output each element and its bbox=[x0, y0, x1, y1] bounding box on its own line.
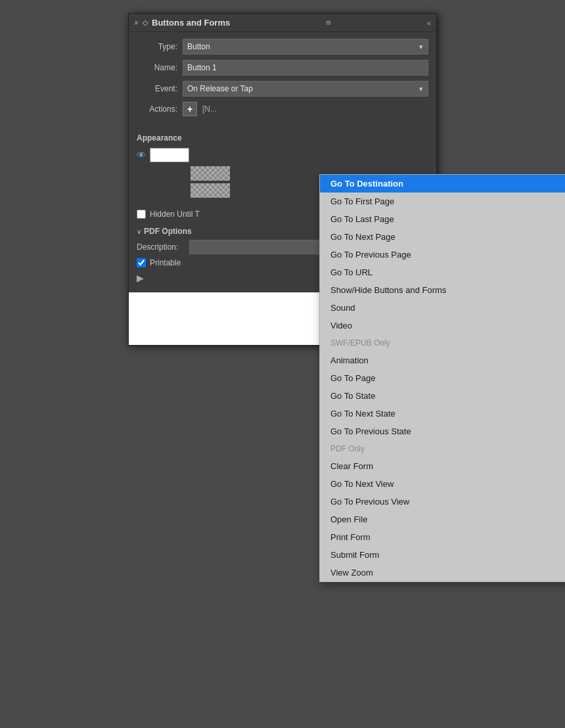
name-label: Name: bbox=[137, 63, 183, 72]
hidden-until-checkbox[interactable] bbox=[137, 210, 146, 219]
type-select-wrapper[interactable]: Button Check Box Combo Box List Box Radi… bbox=[183, 39, 428, 55]
pdf-options-label: PDF Options bbox=[144, 227, 192, 236]
dropdown-item-print-form[interactable]: Print Form bbox=[320, 528, 565, 546]
printable-checkbox[interactable] bbox=[137, 258, 146, 267]
panel-title: Buttons and Forms bbox=[152, 18, 230, 28]
event-row: Event: On Release or Tap On Click On Rol… bbox=[137, 81, 428, 97]
dropdown-item-video[interactable]: Video bbox=[320, 317, 565, 334]
dropdown-item-view-zoom[interactable]: View Zoom bbox=[320, 564, 565, 581]
printable-label: Printable bbox=[150, 258, 181, 267]
dropdown-item-sound[interactable]: Sound bbox=[320, 299, 565, 317]
panel-diamond-icon: ◇ bbox=[143, 18, 148, 27]
title-bar-left: × ◇ Buttons and Forms bbox=[134, 18, 230, 28]
title-bar: × ◇ Buttons and Forms ≡ « bbox=[129, 14, 436, 32]
color-swatch-white[interactable] bbox=[150, 148, 189, 162]
dropdown-item-go-to-url[interactable]: Go To URL bbox=[320, 263, 565, 281]
type-select[interactable]: Button Check Box Combo Box List Box Radi… bbox=[183, 39, 428, 55]
dropdown-item-go-to-page[interactable]: Go To Page bbox=[320, 369, 565, 387]
dropdown-item-show-hide-buttons[interactable]: Show/Hide Buttons and Forms bbox=[320, 281, 565, 299]
checker-box-2 bbox=[191, 183, 230, 198]
hidden-until-label: Hidden Until T bbox=[150, 210, 200, 219]
name-row: Name: bbox=[137, 60, 428, 76]
actions-row: Actions: + [N... bbox=[137, 102, 428, 116]
actions-dropdown[interactable]: Go To Destination Go To First Page Go To… bbox=[319, 174, 565, 582]
buttons-and-forms-panel: × ◇ Buttons and Forms ≡ « Type: Button C… bbox=[128, 13, 437, 346]
dropdown-item-go-to-destination[interactable]: Go To Destination bbox=[320, 175, 565, 193]
checker-box-1 bbox=[191, 166, 230, 181]
event-select[interactable]: On Release or Tap On Click On Roll Over … bbox=[183, 81, 428, 97]
dropdown-item-go-to-first-page[interactable]: Go To First Page bbox=[320, 193, 565, 210]
form-area: Type: Button Check Box Combo Box List Bo… bbox=[129, 32, 436, 128]
pdf-only-separator: PDF Only bbox=[320, 440, 565, 457]
event-label: Event: bbox=[137, 84, 183, 93]
appearance-row: 👁 bbox=[137, 148, 428, 162]
dropdown-item-go-to-previous-state[interactable]: Go To Previous State bbox=[320, 422, 565, 440]
dropdown-item-go-to-next-view[interactable]: Go To Next View bbox=[320, 475, 565, 493]
play-icon: ▶ bbox=[137, 273, 144, 283]
dropdown-item-animation[interactable]: Animation bbox=[320, 352, 565, 369]
description-label: Description: bbox=[137, 242, 189, 252]
dropdown-item-go-to-next-state[interactable]: Go To Next State bbox=[320, 405, 565, 422]
dropdown-item-submit-form[interactable]: Submit Form bbox=[320, 546, 565, 564]
dropdown-item-go-to-previous-page[interactable]: Go To Previous Page bbox=[320, 246, 565, 263]
dropdown-item-open-file[interactable]: Open File bbox=[320, 511, 565, 528]
actions-label: Actions: bbox=[137, 104, 183, 114]
add-action-button[interactable]: + bbox=[183, 102, 197, 116]
pdf-toggle-chevron-icon: ∨ bbox=[137, 228, 141, 235]
name-input[interactable] bbox=[183, 60, 428, 76]
menu-icon: ≡ bbox=[326, 18, 331, 28]
collapse-icon[interactable]: « bbox=[427, 19, 431, 27]
event-select-wrapper[interactable]: On Release or Tap On Click On Roll Over … bbox=[183, 81, 428, 97]
close-icon[interactable]: × bbox=[134, 18, 139, 28]
appearance-title: Appearance bbox=[137, 133, 428, 143]
dropdown-item-go-to-state[interactable]: Go To State bbox=[320, 387, 565, 405]
no-action-placeholder: [N... bbox=[202, 104, 217, 114]
panel-menu-icon[interactable]: ≡ bbox=[326, 18, 331, 28]
type-row: Type: Button Check Box Combo Box List Bo… bbox=[137, 39, 428, 55]
type-label: Type: bbox=[137, 42, 183, 51]
visibility-eye-icon[interactable]: 👁 bbox=[137, 150, 146, 160]
dropdown-item-clear-form[interactable]: Clear Form bbox=[320, 457, 565, 475]
dropdown-item-go-to-next-page[interactable]: Go To Next Page bbox=[320, 228, 565, 246]
dropdown-item-go-to-last-page[interactable]: Go To Last Page bbox=[320, 210, 565, 228]
swf-epub-separator: SWF/EPUB Only bbox=[320, 334, 565, 352]
dropdown-item-go-to-previous-view[interactable]: Go To Previous View bbox=[320, 493, 565, 511]
